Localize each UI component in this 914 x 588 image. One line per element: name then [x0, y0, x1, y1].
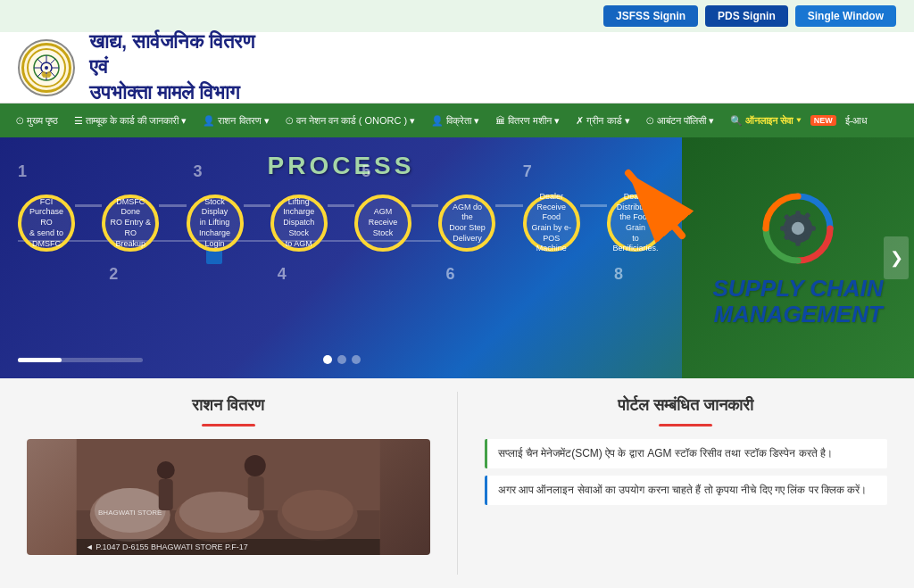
ration-image-svg: BHAGWATI STORE ◄ P.1047 D-6155 BHAGWATI …: [27, 439, 430, 555]
supply-chain-section: SUPPLY CHAINMANAGEMENT: [682, 137, 914, 378]
portal-section-title: पोर्टल सम्बंधित जानकारी: [485, 396, 888, 415]
ration-section: राशन वितरण BHAGWATI STORE: [0, 378, 457, 588]
svg-point-3: [45, 66, 48, 70]
svg-text:BHAGWATI STORE: BHAGWATI STORE: [98, 509, 162, 517]
jsfss-signin-button[interactable]: JSFSS Signin: [603, 5, 698, 27]
svg-point-33: [179, 492, 260, 533]
portal-info-item-1: सप्लाई चैन मेनेजमेंट(SCM) ऐप के द्वारा A…: [485, 439, 888, 468]
portal-info-item-2: अगर आप ऑनलाइन सेवाओं का उपयोग करना चाहते…: [485, 476, 888, 505]
nav-onorc[interactable]: ⊙ वन नेशन वन कार्ड ( ONORC ) ▾: [278, 112, 423, 130]
site-header: खाद्य, सार्वजनिक वितरण एवं उपभोक्ता मामल…: [0, 32, 914, 104]
banner-process: PROCESS 1 FCIPurchase RO& send toDMSFC D…: [0, 137, 682, 378]
step-7: 7 DealerReceive FoodGrain by e-POSMachin…: [523, 195, 580, 252]
svg-rect-37: [159, 479, 173, 510]
nav-online[interactable]: 🔍 ऑनलाइन सेवा ▾: [723, 112, 809, 130]
portal-section: पोर्टल सम्बंधित जानकारी सप्लाई चैन मेनेज…: [458, 378, 915, 588]
gear-icon-container: [758, 188, 838, 269]
carousel-next-button[interactable]: ❯: [884, 236, 909, 279]
step-5: 5 AGM ReceiveStock: [354, 195, 411, 252]
nav-eaadhar[interactable]: ई-आध: [838, 112, 876, 130]
site-title: खाद्य, सार्वजनिक वितरण एवं उपभोक्ता मामल…: [89, 29, 254, 106]
single-window-button[interactable]: Single Window: [795, 5, 896, 27]
svg-point-38: [245, 455, 266, 476]
top-bar: JSFSS Signin PDS Signin Single Window: [0, 0, 914, 32]
nav-vitran[interactable]: 🏛 वितरण मशीन ▾: [488, 112, 567, 130]
step-2: DMSFC DoneRO Entry &RO Breakup 2: [102, 195, 159, 252]
nav-abantan[interactable]: ⊙ आबंटन पॉलिसी ▾: [639, 112, 721, 130]
ration-image: BHAGWATI STORE ◄ P.1047 D-6155 BHAGWATI …: [27, 439, 430, 555]
svg-point-35: [282, 490, 353, 531]
portal-info-list: सप्लाई चैन मेनेजमेंट(SCM) ऐप के द्वारा A…: [485, 439, 888, 505]
main-navbar: ⊙ मुख्य पृष्ठ ☰ ताम्बूक के कार्ड की जानक…: [0, 104, 914, 137]
svg-rect-19: [795, 211, 800, 218]
main-content: राशन वितरण BHAGWATI STORE: [0, 378, 914, 588]
nav-green[interactable]: ✗ ग्रीन कार्ड ▾: [569, 112, 636, 130]
svg-rect-21: [780, 227, 786, 231]
step-1: 1 FCIPurchase RO& send toDMSFC: [18, 195, 75, 252]
svg-point-36: [157, 461, 175, 479]
supply-chain-text: SUPPLY CHAINMANAGEMENT: [712, 276, 883, 327]
step-6: AGM do theDoor StepDelivery 6: [438, 195, 495, 252]
ration-section-title: राशन वितरण: [27, 396, 430, 415]
svg-point-14: [47, 71, 52, 77]
step-4: Lifting InchargeDispatch Stockto AGM 4: [270, 195, 328, 252]
new-badge: NEW: [810, 115, 836, 126]
portal-divider: [659, 424, 712, 427]
step-3: 3 Stock Displayin LiftingInchargeLogin: [187, 195, 244, 252]
process-title: PROCESS: [18, 152, 664, 180]
svg-rect-22: [810, 227, 816, 231]
hero-banner: PROCESS 1 FCIPurchase RO& send toDMSFC D…: [0, 137, 914, 378]
svg-point-18: [792, 222, 804, 235]
nav-home[interactable]: ⊙ मुख्य पृष्ठ: [9, 112, 65, 130]
pds-signin-button[interactable]: PDS Signin: [705, 5, 788, 27]
nav-vikreta[interactable]: 👤 विक्रेता ▾: [424, 112, 486, 130]
logo: [18, 39, 75, 96]
nav-ration[interactable]: 👤 राशन वितरण ▾: [195, 112, 276, 130]
ration-divider: [202, 424, 255, 427]
svg-point-13: [42, 71, 46, 77]
supply-chain-gear-icon: [758, 188, 838, 269]
svg-rect-39: [248, 476, 264, 510]
svg-text:◄ P.1047 D-6155 BHAGWATI STORE: ◄ P.1047 D-6155 BHAGWATI STORE P.F-17: [86, 542, 248, 551]
emblem-svg: [26, 47, 67, 88]
nav-tapcards[interactable]: ☰ ताम्बूक के कार्ड की जानकारी ▾: [67, 112, 194, 130]
svg-rect-20: [795, 240, 800, 246]
steps-container: 1 FCIPurchase RO& send toDMSFC DMSFC Don…: [18, 195, 664, 252]
step-8: DealerDistributesthe Food Grainto Benifi…: [607, 195, 664, 252]
